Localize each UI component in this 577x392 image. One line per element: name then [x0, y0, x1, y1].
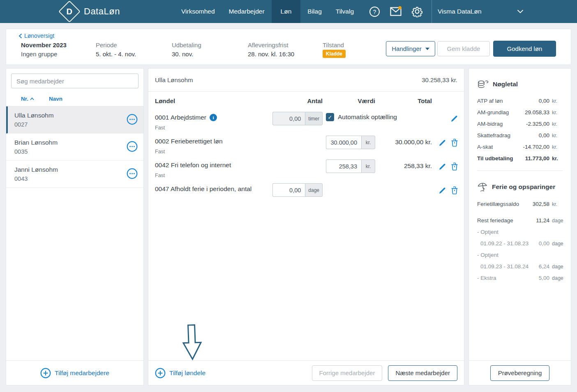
vaerdi-input-0042[interactable]	[326, 159, 361, 173]
nav-item-tilvalg[interactable]: Tilvalg	[329, 0, 361, 23]
gem-kladde-button[interactable]: Gem kladde	[437, 41, 490, 56]
selected-employee-name: Ulla Lønsohm	[155, 76, 193, 83]
dataloen-logo-icon: D	[58, 0, 81, 23]
svg-text:?: ?	[373, 8, 376, 15]
ferie-row: - Ekstra5,00dage	[477, 272, 563, 284]
wage-row-0042: 0042 Fri telefon og internet Fast kr. 25…	[148, 161, 464, 178]
vaerdi-input-0002[interactable]	[326, 136, 361, 149]
edit-pencil-icon[interactable]	[439, 163, 446, 171]
wage-row-0001: 0001 Arbejdstimer i Fast timer ✓ Automat…	[148, 113, 464, 131]
employee-more-menu-icon[interactable]	[127, 114, 138, 126]
nav-item-loen[interactable]: Løn	[272, 0, 301, 23]
brand: D DataLøn	[0, 0, 174, 23]
wage-table-header: Løndel Antal Værdi Total	[148, 92, 464, 107]
mail-icon[interactable]	[388, 4, 404, 19]
status-badge: Kladde	[323, 50, 346, 58]
coins-icon	[477, 79, 489, 89]
edit-pencil-icon[interactable]	[439, 187, 446, 194]
payslip-panel: Ulla Lønsohm 30.258,33 kr. Løndel Antal …	[148, 68, 464, 385]
top-navbar: D DataLøn Virksomhed Medarbejder Løn Bil…	[0, 0, 577, 23]
delete-trash-icon[interactable]	[451, 162, 458, 171]
nav-item-medarbejder[interactable]: Medarbejder	[222, 0, 272, 23]
svg-text:i: i	[212, 115, 214, 120]
keyfigure-row: ATP af løn0,00kr.	[477, 95, 563, 106]
main-nav: Virksomhed Medarbejder Løn Bilag Tilvalg	[174, 0, 361, 23]
chevron-down-icon	[517, 9, 524, 14]
ferie-row: 01.09.22 - 31.08.230,00dage	[477, 238, 563, 249]
nav-item-virksomhed[interactable]: Virksomhed	[174, 0, 222, 23]
ferie-row: - Optjent	[477, 226, 563, 238]
periode-label: Periode	[96, 42, 117, 48]
wage-row-0047: 0047 Afholdt ferie i perioden, antal dag…	[148, 185, 464, 197]
keyfigure-row: AM-grundlag29.058,33kr.	[477, 106, 563, 118]
employee-row-ulla[interactable]: Ulla Lønsohm 0027	[6, 106, 143, 134]
afleveringsfrist-value: 28. nov. kl. 16:30	[248, 51, 294, 58]
account-name: Visma DataLøn	[438, 8, 482, 15]
employee-list-columns: Nr. Navn	[6, 92, 143, 106]
tutorial-down-arrow	[182, 324, 203, 362]
ferie-row: Rest feriedage11,24dage	[477, 214, 563, 226]
settings-gear-icon[interactable]	[409, 4, 425, 19]
search-employee-input[interactable]	[11, 74, 138, 88]
pay-group: Ingen gruppe	[21, 51, 57, 58]
next-employee-button[interactable]: Næste medarbejder	[388, 365, 457, 381]
udbetaling-value: 30. nov.	[172, 51, 193, 58]
brand-name: DataLøn	[84, 6, 120, 17]
row-total: 30.000,00 kr.	[379, 137, 432, 146]
ferie-title: Ferie og opsparinger	[477, 182, 563, 192]
ferie-row: Ferietillægssaldo302,58kr.	[477, 198, 563, 210]
info-icon[interactable]: i	[210, 114, 217, 121]
employee-row-janni[interactable]: Janni Lønsohm 0043	[6, 161, 143, 188]
add-employees-button[interactable]: Tilføj medarbejdere	[40, 368, 109, 378]
antal-input-0047[interactable]	[272, 183, 305, 197]
tilstand-label: Tilstand	[323, 42, 344, 48]
edit-pencil-icon[interactable]	[439, 139, 446, 147]
ferie-row: - Optjent	[477, 249, 563, 261]
delete-trash-icon[interactable]	[451, 138, 458, 147]
keyfigure-row-total: Til udbetaling11.773,00kr.	[477, 152, 563, 164]
employee-row-brian[interactable]: Brian Lønsohm 0035	[6, 134, 143, 161]
sort-by-navn[interactable]: Navn	[49, 96, 62, 102]
sort-asc-icon	[30, 97, 34, 100]
divider	[477, 171, 563, 171]
parasol-icon	[477, 182, 488, 192]
employee-list-panel: Nr. Navn Ulla Lønsohm 0027 Brian Lønsohm…	[6, 68, 144, 385]
selected-employee-total: 30.258,33 kr.	[422, 76, 457, 83]
afleveringsfrist-label: Afleveringsfrist	[248, 42, 288, 48]
pay-period-title: November 2023	[21, 42, 67, 48]
back-to-loenoversigt-link[interactable]: Lønoversigt	[18, 32, 54, 39]
periode-value: 5. okt. - 4. nov.	[96, 51, 136, 58]
edit-pencil-icon[interactable]	[450, 115, 458, 122]
antal-input-0001[interactable]	[272, 112, 305, 125]
keyfigure-row: A-skat-14.702,00kr.	[477, 141, 563, 152]
godkend-loen-button[interactable]: Godkend løn	[493, 41, 556, 57]
ferie-row: 01.09.23 - 31.08.246,24dage	[477, 261, 563, 272]
handlinger-button[interactable]: Handlinger	[386, 41, 435, 56]
sort-by-nr[interactable]: Nr.	[21, 96, 34, 102]
keyfigures-title: Nøgletal	[477, 79, 563, 89]
employee-more-menu-icon[interactable]	[127, 141, 138, 153]
chevron-left-icon	[18, 33, 22, 39]
previous-employee-button[interactable]: Forrige medarbejder	[312, 365, 383, 381]
caret-down-icon	[425, 48, 429, 50]
udbetaling-label: Udbetaling	[172, 42, 201, 48]
delete-trash-icon[interactable]	[451, 186, 458, 194]
account-menu[interactable]: Visma DataLøn	[432, 0, 524, 23]
employee-more-menu-icon[interactable]	[127, 168, 138, 180]
plus-circle-icon	[40, 368, 51, 378]
keyfigure-row: Skattefradrag0,00kr.	[477, 129, 563, 141]
plus-circle-icon	[155, 368, 166, 378]
add-wage-lines-button[interactable]: Tilføj løndele	[155, 368, 205, 378]
row-total: 258,33 kr.	[379, 161, 432, 170]
keyfigure-row: AM-bidrag-2.325,00kr.	[477, 118, 563, 129]
nav-item-bilag[interactable]: Bilag	[300, 0, 328, 23]
wage-row-0002: 0002 Ferieberettiget løn Fast kr. 30.000…	[148, 137, 464, 154]
help-icon[interactable]: ?	[367, 4, 382, 19]
mail-notification-dot	[398, 6, 402, 9]
test-calculation-button[interactable]: Prøveberegning	[490, 365, 550, 381]
unit-addon: timer	[305, 112, 323, 125]
automatic-count-checkbox[interactable]: ✓	[326, 113, 334, 121]
summary-panel: Nøgletal ATP af løn0,00kr. AM-grundlag29…	[469, 68, 571, 385]
